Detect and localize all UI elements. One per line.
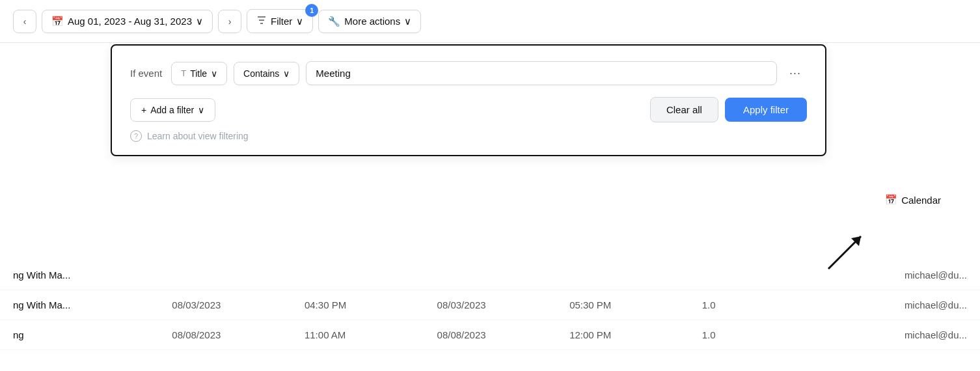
end-time-cell: 12:00 PM bbox=[569, 329, 702, 340]
filter-wrapper: Filter ∨ 1 bbox=[247, 9, 313, 33]
title-chevron-icon: ∨ bbox=[211, 68, 217, 79]
chevron-right-icon: › bbox=[228, 16, 232, 27]
filter-learn-row: ? Learn about view filtering bbox=[130, 130, 807, 142]
toolbar: ‹ 📅 Aug 01, 2023 - Aug 31, 2023 ∨ › Filt… bbox=[0, 0, 980, 43]
table-row: ng 08/08/2023 11:00 AM 08/08/2023 12:00 … bbox=[0, 320, 980, 350]
more-options-button[interactable]: ··· bbox=[783, 62, 807, 85]
date-range-label: Aug 01, 2023 - Aug 31, 2023 bbox=[68, 16, 192, 27]
calendar-section-text: Calendar bbox=[901, 195, 941, 206]
filter-button[interactable]: Filter ∨ bbox=[247, 9, 313, 33]
email-cell: michael@du... bbox=[834, 329, 967, 340]
date-range-button[interactable]: 📅 Aug 01, 2023 - Aug 31, 2023 ∨ bbox=[42, 10, 213, 33]
end-date-cell: 08/03/2023 bbox=[437, 299, 570, 310]
chevron-left-icon: ‹ bbox=[23, 16, 27, 27]
next-button[interactable]: › bbox=[218, 10, 241, 33]
learn-filter-link[interactable]: Learn about view filtering bbox=[147, 131, 249, 141]
start-time-cell: 04:30 PM bbox=[305, 299, 437, 310]
filter-actions-row: + Add a filter ∨ Clear all Apply filter bbox=[130, 97, 807, 122]
help-icon: ? bbox=[130, 130, 142, 142]
title-type-icon: T bbox=[181, 68, 186, 78]
table-area: ng With Ma... michael@du... ng With Ma..… bbox=[0, 260, 980, 371]
event-name-cell: ng With Ma... bbox=[13, 299, 172, 310]
plus-icon: + bbox=[141, 105, 146, 115]
title-dropdown-button[interactable]: T Title ∨ bbox=[171, 62, 227, 85]
date-range-chevron-icon: ∨ bbox=[196, 16, 203, 27]
clear-all-button[interactable]: Clear all bbox=[650, 97, 718, 122]
filter-condition-row: If event T Title ∨ Contains ∨ ··· bbox=[130, 61, 807, 85]
more-actions-label: More actions bbox=[344, 16, 400, 27]
ellipsis-icon: ··· bbox=[789, 66, 801, 80]
prev-button[interactable]: ‹ bbox=[13, 10, 36, 33]
table-row: ng With Ma... 08/03/2023 04:30 PM 08/03/… bbox=[0, 290, 980, 320]
duration-cell: 1.0 bbox=[702, 329, 835, 340]
filter-label: Filter bbox=[271, 16, 292, 27]
if-event-label: If event bbox=[130, 68, 162, 79]
contains-dropdown-button[interactable]: Contains ∨ bbox=[234, 62, 299, 85]
more-actions-button[interactable]: 🔧 More actions ∨ bbox=[318, 10, 421, 33]
duration-cell: 1.0 bbox=[702, 299, 835, 310]
filter-btn-group: Clear all Apply filter bbox=[650, 97, 807, 122]
add-filter-button[interactable]: + Add a filter ∨ bbox=[130, 98, 215, 122]
more-actions-chevron-icon: ∨ bbox=[404, 16, 411, 27]
filter-chevron-icon: ∨ bbox=[296, 16, 303, 27]
email-cell: michael@du... bbox=[834, 269, 967, 281]
start-date-cell: 08/03/2023 bbox=[172, 299, 305, 310]
filter-value-input[interactable] bbox=[306, 61, 777, 85]
apply-filter-button[interactable]: Apply filter bbox=[725, 98, 807, 122]
wrench-icon: 🔧 bbox=[328, 16, 340, 27]
calendar-icon: 📅 bbox=[51, 16, 64, 27]
calendar-section-icon: 📅 bbox=[885, 194, 897, 206]
start-time-cell: 11:00 AM bbox=[305, 329, 437, 340]
calendar-section-label: 📅 Calendar bbox=[885, 194, 941, 206]
filter-badge: 1 bbox=[305, 4, 318, 17]
filter-panel: If event T Title ∨ Contains ∨ ··· + Add … bbox=[111, 44, 826, 156]
end-date-cell: 08/08/2023 bbox=[437, 329, 570, 340]
start-date-cell: 08/08/2023 bbox=[172, 329, 305, 340]
title-dropdown-label: Title bbox=[190, 68, 207, 79]
event-name-cell: ng bbox=[13, 329, 172, 340]
contains-dropdown-label: Contains bbox=[243, 68, 279, 79]
email-cell: michael@du... bbox=[834, 299, 967, 310]
add-filter-label: Add a filter bbox=[150, 105, 194, 115]
end-time-cell: 05:30 PM bbox=[569, 299, 702, 310]
event-name-cell: ng With Ma... bbox=[13, 269, 172, 281]
filter-icon bbox=[256, 15, 267, 27]
contains-chevron-icon: ∨ bbox=[283, 68, 290, 79]
add-filter-chevron-icon: ∨ bbox=[198, 105, 204, 115]
table-row: ng With Ma... michael@du... bbox=[0, 260, 980, 290]
